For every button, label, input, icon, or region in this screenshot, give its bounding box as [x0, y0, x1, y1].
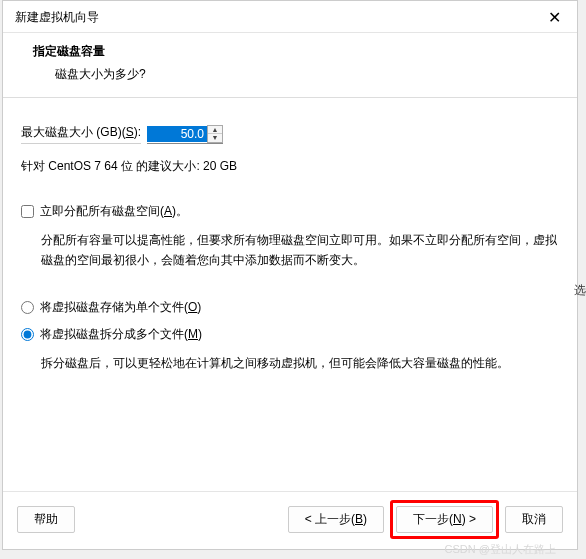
disk-size-spinner: ▲ ▼	[147, 125, 223, 144]
disk-size-input[interactable]	[147, 126, 207, 142]
single-file-radio[interactable]	[21, 301, 34, 314]
split-file-radio[interactable]	[21, 328, 34, 341]
spinner-buttons: ▲ ▼	[207, 125, 223, 143]
next-button[interactable]: 下一步(N) >	[396, 506, 493, 533]
wizard-dialog: 新建虚拟机向导 ✕ 指定磁盘容量 磁盘大小为多少? 最大磁盘大小 (GB)(S)…	[2, 0, 578, 550]
page-title: 指定磁盘容量	[33, 43, 561, 60]
allocate-now-checkbox[interactable]	[21, 205, 34, 218]
window-title: 新建虚拟机向导	[15, 9, 99, 26]
close-icon[interactable]: ✕	[542, 10, 567, 26]
split-file-row: 将虚拟磁盘拆分成多个文件(M)	[21, 326, 559, 343]
spinner-down-icon[interactable]: ▼	[208, 134, 222, 142]
size-suggestion: 针对 CentOS 7 64 位 的建议大小: 20 GB	[21, 158, 559, 175]
disk-size-row: 最大磁盘大小 (GB)(S): ▲ ▼	[21, 124, 559, 144]
allocate-now-desc: 分配所有容量可以提高性能，但要求所有物理磁盘空间立即可用。如果不立即分配所有空间…	[41, 230, 559, 271]
button-group: < 上一步(B) 下一步(N) > 取消	[288, 500, 563, 539]
split-file-label: 将虚拟磁盘拆分成多个文件(M)	[40, 326, 202, 343]
content-area: 最大磁盘大小 (GB)(S): ▲ ▼ 针对 CentOS 7 64 位 的建议…	[3, 98, 577, 383]
next-button-highlight: 下一步(N) >	[390, 500, 499, 539]
allocate-now-label: 立即分配所有磁盘空间(A)。	[40, 203, 188, 220]
help-button[interactable]: 帮助	[17, 506, 75, 533]
header-section: 指定磁盘容量 磁盘大小为多少?	[3, 33, 577, 98]
disk-size-label: 最大磁盘大小 (GB)(S):	[21, 124, 141, 144]
single-file-row: 将虚拟磁盘存储为单个文件(O)	[21, 299, 559, 316]
spinner-up-icon[interactable]: ▲	[208, 126, 222, 134]
side-char: 选	[574, 282, 586, 299]
footer: 帮助 < 上一步(B) 下一步(N) > 取消	[3, 491, 577, 549]
cancel-button[interactable]: 取消	[505, 506, 563, 533]
page-subtitle: 磁盘大小为多少?	[55, 66, 561, 83]
split-file-desc: 拆分磁盘后，可以更轻松地在计算机之间移动虚拟机，但可能会降低大容量磁盘的性能。	[41, 353, 559, 373]
single-file-label: 将虚拟磁盘存储为单个文件(O)	[40, 299, 201, 316]
back-button[interactable]: < 上一步(B)	[288, 506, 384, 533]
titlebar: 新建虚拟机向导 ✕	[3, 1, 577, 33]
allocate-now-row: 立即分配所有磁盘空间(A)。	[21, 203, 559, 220]
